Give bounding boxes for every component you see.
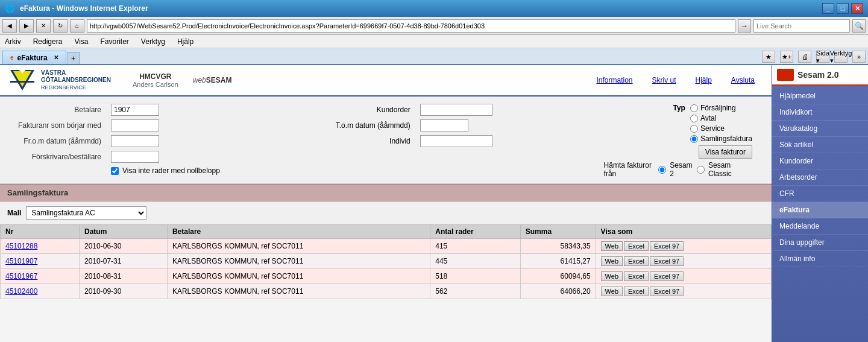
typ-avtal-radio[interactable] <box>690 115 698 122</box>
nav-information[interactable]: Information <box>587 76 642 84</box>
maximize-button[interactable]: □ <box>837 3 849 14</box>
menu-redigera[interactable]: Redigera <box>31 36 65 47</box>
fakturanr-row: Fakturanr som börjar med <box>10 119 307 131</box>
visa-fakturor-button[interactable]: Visa fakturor <box>699 145 752 159</box>
stop-button[interactable]: ✕ <box>36 19 51 33</box>
action-excel-97-button[interactable]: Excel 97 <box>650 256 684 266</box>
action-excel-button[interactable]: Excel <box>624 287 649 296</box>
minimize-button[interactable]: _ <box>822 3 834 14</box>
home-button[interactable]: ⌂ <box>70 19 84 33</box>
fakturanr-input[interactable] <box>111 119 159 131</box>
tab-label: eFaktura <box>17 54 48 62</box>
col-datum: Datum <box>80 225 168 239</box>
nav-hjalp[interactable]: Hjälp <box>686 76 722 84</box>
search-input[interactable] <box>753 19 850 33</box>
invoice-nr-link[interactable]: 45102400 <box>5 287 37 296</box>
sidebar-item-kundorder[interactable]: Kundorder <box>772 153 868 169</box>
expand-icon[interactable]: » <box>852 51 866 63</box>
go-button[interactable]: → <box>738 19 751 33</box>
action-excel-97-button[interactable]: Excel 97 <box>650 241 684 251</box>
address-input[interactable] <box>87 19 735 33</box>
fakturanr-label: Fakturanr som börjar med <box>10 121 106 130</box>
mall-row: Mall Samlingsfaktura AC <box>0 201 772 224</box>
section-title: Samlingsfaktura <box>7 188 68 197</box>
form-middle-col: Kundorder T.o.m datum (ååmmdd) Individ <box>307 104 604 179</box>
from-datum-input[interactable] <box>111 135 159 147</box>
typ-service-radio[interactable] <box>690 125 698 133</box>
top-nav: VÄSTRAGÖTALANDSREGIONENREGIONSERVICE HMC… <box>0 65 772 97</box>
tab-efaktura[interactable]: e eFaktura ✕ <box>2 51 66 64</box>
favorites-icon[interactable]: ★ <box>762 51 775 63</box>
nollbelopp-checkbox[interactable] <box>111 167 119 175</box>
invoice-antal-rader: 445 <box>430 254 521 269</box>
refresh-button[interactable]: ↻ <box>53 19 68 33</box>
betalare-input[interactable] <box>111 104 159 116</box>
sidebar-item-individkort[interactable]: Individkort <box>772 104 868 121</box>
action-web-button[interactable]: Web <box>601 271 623 281</box>
action-web-button[interactable]: Web <box>601 287 623 296</box>
menu-arkiv[interactable]: Arkiv <box>2 36 24 47</box>
typ-forsaljning-radio[interactable] <box>690 104 698 112</box>
invoice-nr-link[interactable]: 45101288 <box>5 242 37 250</box>
tom-datum-input[interactable] <box>420 119 468 131</box>
nav-links: HMCVGR Anders Carlson webSESAM Informati… <box>125 71 764 89</box>
print-icon[interactable]: 🖨 <box>798 51 811 63</box>
invoice-nr-link[interactable]: 45101907 <box>5 257 37 265</box>
sesam-classic-label: Sesam Classic <box>708 161 747 178</box>
action-excel-97-button[interactable]: Excel 97 <box>650 287 684 296</box>
invoice-nr-link[interactable]: 45101967 <box>5 272 37 280</box>
action-excel-97-button[interactable]: Excel 97 <box>650 271 684 281</box>
new-tab-button[interactable]: + <box>68 52 80 64</box>
browser-title: eFaktura - Windows Internet Explorer <box>20 4 822 13</box>
close-button[interactable]: ✕ <box>851 3 863 14</box>
system-label: HMCVGR <box>133 72 178 81</box>
sesam2-radio[interactable] <box>658 166 666 174</box>
sesam-classic-radio[interactable] <box>697 166 705 174</box>
menu-visa[interactable]: Visa <box>72 36 90 47</box>
nav-skriv-ut[interactable]: Skriv ut <box>642 76 685 84</box>
kundorder-input[interactable] <box>420 104 492 116</box>
sidebar-item-arbetsorder[interactable]: Arbetsorder <box>772 169 868 186</box>
sidebar-item-allmän-info[interactable]: Allmän info <box>772 251 868 267</box>
back-button[interactable]: ◀ <box>2 19 17 33</box>
forward-button[interactable]: ▶ <box>19 19 34 33</box>
tab-close-icon[interactable]: ✕ <box>54 54 58 61</box>
invoice-summa: 64066,20 <box>520 284 596 299</box>
menu-verktyg[interactable]: Verktyg <box>139 36 168 47</box>
page-button[interactable]: Sida ▾ <box>816 51 829 63</box>
action-web-button[interactable]: Web <box>601 256 623 266</box>
table-row: 451012882010-06-30KARLSBORGS KOMMUN, ref… <box>1 239 772 254</box>
typ-service: Service <box>690 124 752 133</box>
app-label: webSESAM <box>193 76 232 84</box>
sidebar-item-cfr[interactable]: CFR <box>772 186 868 202</box>
sidebar-item-meddelande[interactable]: Meddelande <box>772 218 868 235</box>
menu-hjalp[interactable]: Hjälp <box>175 36 196 47</box>
sidebar-item-hjälpmedel[interactable]: Hjälpmedel <box>772 88 868 104</box>
menu-bar: Arkiv Redigera Visa Favoriter Verktyg Hj… <box>0 35 868 48</box>
action-excel-button[interactable]: Excel <box>624 256 649 266</box>
forskrivare-input[interactable] <box>111 151 159 163</box>
invoice-betalare: KARLSBORGS KOMMUN, ref SOC7011 <box>167 269 430 284</box>
menu-favoriter[interactable]: Favoriter <box>98 36 131 47</box>
typ-service-label: Service <box>700 124 725 133</box>
sidebar-item-dina-uppgifter[interactable]: Dina uppgifter <box>772 235 868 251</box>
add-favorites-icon[interactable]: ★+ <box>780 51 793 63</box>
action-excel-button[interactable]: Excel <box>624 241 649 251</box>
typ-samlingsfaktura-radio[interactable] <box>690 135 698 143</box>
vgr-logo <box>7 69 37 92</box>
search-go-button[interactable]: 🔍 <box>852 19 866 33</box>
action-web-button[interactable]: Web <box>601 241 623 251</box>
sidebar: S Sesam 2.0 HjälpmedelIndividkortVarukat… <box>772 65 868 342</box>
nav-avsluta[interactable]: Avsluta <box>722 76 764 84</box>
invoice-summa: 61415,27 <box>520 254 596 269</box>
tools-button[interactable]: Verktyg ▾ <box>834 51 848 63</box>
action-excel-button[interactable]: Excel <box>624 271 649 281</box>
sidebar-item-efaktura[interactable]: eFaktura <box>772 202 868 218</box>
invoice-table: Nr Datum Betalare Antal rader Summa Visa… <box>0 224 772 299</box>
individ-input[interactable] <box>420 135 492 147</box>
sidebar-item-sök-artikel[interactable]: Sök artikel <box>772 137 868 153</box>
browser-title-bar: 🌐 eFaktura - Windows Internet Explorer _… <box>0 0 868 17</box>
mall-select[interactable]: Samlingsfaktura AC <box>26 206 146 220</box>
typ-section: Typ Försäljning Avtal <box>673 104 753 143</box>
sidebar-item-varukatalog[interactable]: Varukatalog <box>772 121 868 137</box>
